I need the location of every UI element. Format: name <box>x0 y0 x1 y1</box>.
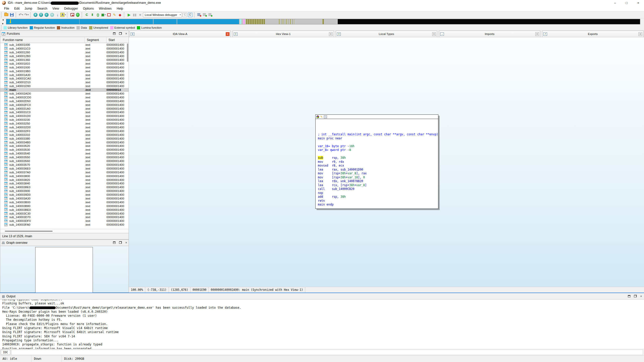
function-row[interactable]: fsub_1400032F0.text00000001400 <box>0 129 129 133</box>
asm-line[interactable] <box>318 140 438 144</box>
function-row[interactable]: fsub_140003800.text00000001400 <box>0 174 129 178</box>
tab-hex-view-1[interactable]: 0Hex View-1× <box>233 31 334 37</box>
close-panel-icon[interactable]: × <box>640 295 642 298</box>
create-struct-icon[interactable]: {} <box>95 12 101 18</box>
float-panel-icon[interactable] <box>634 295 637 298</box>
asm-line[interactable] <box>318 152 438 156</box>
scrollbar-thumb[interactable] <box>5 231 53 232</box>
pause-debug-icon[interactable]: ▮▮ <box>132 12 137 18</box>
menu-help[interactable]: Help <box>114 6 126 11</box>
asm-line[interactable]: call sub_14000CB20 <box>318 187 438 191</box>
legend-grip[interactable] <box>1 25 3 30</box>
disassembly-node[interactable]: ✎ ∿ ; int __fastcall main(int argc, cons… <box>315 114 438 209</box>
function-row[interactable]: fsub_140001CA0.text00000001400 <box>0 77 129 81</box>
flow-chart-icon[interactable] <box>69 12 75 18</box>
undo-icon[interactable]: ↶▾ <box>18 12 24 18</box>
navigation-band[interactable] <box>6 19 640 24</box>
function-row[interactable]: fsub_140003820.text00000001400 <box>0 178 129 182</box>
function-row[interactable]: fsub_140001810.text00000001400 <box>0 62 129 65</box>
asm-line[interactable]: lea rax, sub_140001D90 <box>318 168 438 172</box>
function-row[interactable]: fsub_140003900.text00000001400 <box>0 189 129 193</box>
menu-file[interactable]: File <box>2 6 12 11</box>
patch-icon[interactable]: ✎ <box>112 12 117 18</box>
segments-icon[interactable]: ≡ <box>44 12 49 18</box>
asm-line[interactable]: ; int __fastcall main(int argc, const ch… <box>318 133 438 137</box>
float-panel-icon[interactable] <box>119 32 122 35</box>
entry-point-icon[interactable] <box>75 12 81 18</box>
function-row[interactable]: fsub_140003250.text00000001400 <box>0 122 129 126</box>
function-row[interactable]: fsub_140001A30.text00000001400 <box>0 73 129 77</box>
toolbar-grip[interactable] <box>82 12 83 17</box>
function-row[interactable]: fsub_140003FA0.text00000001400 <box>0 223 129 227</box>
tab-exports[interactable]: ↗Exports× <box>542 31 643 37</box>
function-row[interactable]: fsub_140003380.text00000001400 <box>0 137 129 140</box>
asm-line[interactable]: retn <box>318 199 438 203</box>
asm-line[interactable]: mov [rsp+38h+var_18], 0 <box>318 176 438 180</box>
tab-close-icon[interactable]: × <box>638 32 642 36</box>
watch-icon[interactable]: ◆ <box>117 12 123 18</box>
tab-close-icon[interactable]: × <box>432 32 436 36</box>
menu-jump[interactable]: Jump <box>22 6 35 11</box>
function-row[interactable]: fsub_1400012B0.text00000001400 <box>0 54 129 58</box>
function-row[interactable]: fsub_1400019B0.text00000001400 <box>0 69 129 73</box>
asm-line[interactable]: sub rsp, 38h <box>318 156 438 160</box>
structures-icon[interactable]: # <box>33 12 38 18</box>
navband-right-icon[interactable]: ▶ <box>2 23 5 25</box>
menu-options[interactable]: Options <box>81 6 96 11</box>
function-row[interactable]: fsub_140001260.text00000001400 <box>0 51 129 54</box>
function-row[interactable]: fsub_140003A30.text00000001400 <box>0 197 129 200</box>
maximize-panel-icon[interactable] <box>628 295 630 298</box>
toolbar-grip[interactable] <box>1 12 3 17</box>
names-icon[interactable]: + <box>49 12 55 18</box>
function-row[interactable]: fsub_140002D50.text00000001400 <box>0 99 129 103</box>
toolbar-grip[interactable] <box>124 12 126 17</box>
function-row[interactable]: fmain.text000000014 <box>0 88 129 92</box>
asm-line[interactable]: main endp <box>318 203 438 207</box>
maximize-button[interactable]: □ <box>621 0 632 6</box>
asm-line[interactable]: mov r9, rdx <box>318 160 438 164</box>
redo-icon[interactable]: ↷▾ <box>24 12 29 18</box>
function-row[interactable]: fsub_140002FC0.text00000001400 <box>0 103 129 107</box>
graph-overview-header[interactable]: 品 Graph overview × <box>0 239 129 246</box>
node-graph-icon[interactable]: ∿ <box>324 115 327 118</box>
save-icon[interactable] <box>9 12 15 18</box>
minimize-button[interactable]: – <box>609 0 621 6</box>
function-row[interactable]: fsub_140003310.text00000001400 <box>0 133 129 137</box>
function-row[interactable]: fsub_1400011C0.text00000001400 <box>0 47 129 51</box>
trace-window-icon[interactable] <box>197 12 202 18</box>
asm-line[interactable]: add rsp, 38h <box>318 195 438 199</box>
debugger-options-icon[interactable]: C' <box>187 12 193 18</box>
graph-overview-viewport[interactable] <box>35 247 93 298</box>
function-row[interactable]: fsub_140001D90.text00000001400 <box>0 84 129 88</box>
asm-line[interactable]: mov [rsp+38h+var_8], rax <box>318 172 438 176</box>
function-row[interactable]: fsub_140003520.text00000001400 <box>0 144 129 148</box>
produce-c-file-icon[interactable]: C <box>84 12 90 18</box>
function-row[interactable]: fsub_140003560.text00000001400 <box>0 159 129 163</box>
function-row[interactable]: fsub_1400037A0.text00000001400 <box>0 170 129 174</box>
function-row[interactable]: fsub_140003530.text00000001400 <box>0 148 129 152</box>
start-debug-icon[interactable]: ▶ <box>126 12 132 18</box>
function-row[interactable]: fsub_140001930.text00000001400 <box>0 65 129 69</box>
function-row[interactable]: fsub_1400036E0.text00000001400 <box>0 167 129 170</box>
menu-windows[interactable]: Windows <box>96 6 114 11</box>
asm-line[interactable]: nop <box>318 191 438 195</box>
function-row[interactable]: fsub_1400032D0.text00000001400 <box>0 126 129 129</box>
navband-left-icon[interactable]: ◀ <box>2 19 5 21</box>
produce-asm-icon[interactable]: Ⅱ <box>90 12 95 18</box>
close-button[interactable]: × <box>632 0 644 6</box>
function-row[interactable]: fsub_140001D10.text00000001400 <box>0 81 129 84</box>
float-panel-icon[interactable] <box>119 241 122 244</box>
tab-ida-view-a[interactable]: ≣IDA View-A× <box>129 31 231 37</box>
column-function-name[interactable]: Function name <box>0 37 85 43</box>
idc-input[interactable] <box>11 350 643 355</box>
asm-line[interactable]: lea rdx, unk_140078B20 <box>318 179 438 183</box>
menu-debugger[interactable]: Debugger <box>62 6 81 11</box>
function-row[interactable]: fsub_140003BE0.text00000001400 <box>0 208 129 212</box>
function-row[interactable]: fsub_140003230.text00000001400 <box>0 118 129 122</box>
function-row[interactable]: fsub_140003550.text00000001400 <box>0 155 129 159</box>
function-row[interactable]: fsub_1400031D0.text00000001400 <box>0 114 129 118</box>
tab-close-icon[interactable]: × <box>226 32 230 36</box>
attach-process-icon[interactable]: 'C <box>182 12 187 18</box>
function-row[interactable]: fsub_140002CD0.text00000001400 <box>0 95 129 99</box>
maximize-panel-icon[interactable] <box>113 32 116 35</box>
